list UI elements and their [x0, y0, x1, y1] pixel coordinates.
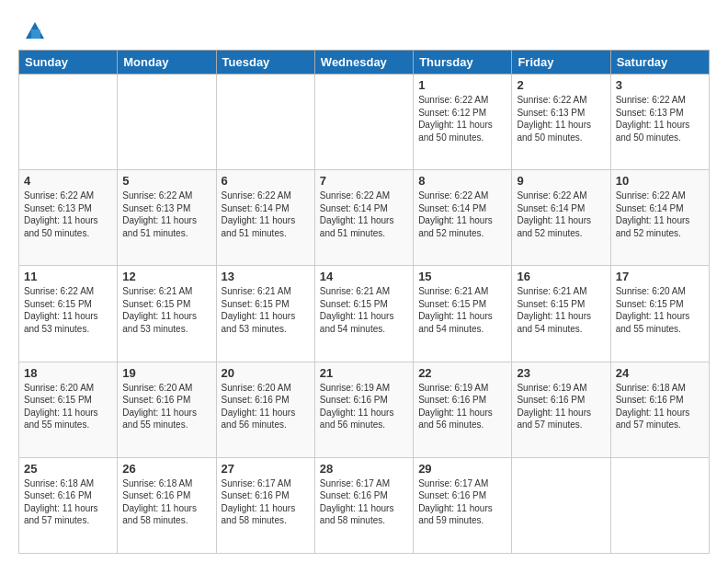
- svg-marker-1: [31, 29, 40, 39]
- calendar-cell: 27Sunrise: 6:17 AMSunset: 6:16 PMDayligh…: [216, 457, 314, 553]
- logo: [18, 17, 48, 42]
- day-number: 29: [418, 462, 506, 476]
- day-info: Sunrise: 6:22 AMSunset: 6:12 PMDaylight:…: [418, 94, 506, 144]
- calendar-cell: [512, 457, 610, 553]
- calendar-cell: 8Sunrise: 6:22 AMSunset: 6:14 PMDaylight…: [414, 170, 512, 266]
- col-thursday: Thursday: [414, 51, 512, 75]
- day-number: 24: [616, 366, 704, 380]
- calendar-cell: [19, 75, 118, 170]
- day-number: 4: [24, 174, 112, 188]
- calendar-week-1: 1Sunrise: 6:22 AMSunset: 6:12 PMDaylight…: [19, 75, 710, 170]
- calendar-cell: 16Sunrise: 6:21 AMSunset: 6:15 PMDayligh…: [512, 266, 610, 362]
- header: [18, 17, 710, 42]
- calendar-cell: 24Sunrise: 6:18 AMSunset: 6:16 PMDayligh…: [610, 362, 709, 457]
- day-number: 7: [320, 174, 408, 188]
- day-info: Sunrise: 6:22 AMSunset: 6:13 PMDaylight:…: [616, 94, 704, 144]
- col-sunday: Sunday: [19, 51, 118, 75]
- calendar-cell: [216, 75, 314, 170]
- calendar-cell: 29Sunrise: 6:17 AMSunset: 6:16 PMDayligh…: [414, 457, 512, 553]
- day-info: Sunrise: 6:20 AMSunset: 6:16 PMDaylight:…: [222, 382, 310, 431]
- day-info: Sunrise: 6:18 AMSunset: 6:16 PMDaylight:…: [122, 477, 210, 527]
- calendar-cell: 13Sunrise: 6:21 AMSunset: 6:15 PMDayligh…: [216, 266, 314, 362]
- day-number: 2: [517, 78, 605, 92]
- calendar-header-row: Sunday Monday Tuesday Wednesday Thursday…: [19, 51, 710, 75]
- calendar-cell: 7Sunrise: 6:22 AMSunset: 6:14 PMDaylight…: [314, 170, 413, 266]
- day-info: Sunrise: 6:21 AMSunset: 6:15 PMDaylight:…: [418, 285, 506, 335]
- col-tuesday: Tuesday: [216, 51, 314, 75]
- day-info: Sunrise: 6:17 AMSunset: 6:16 PMDaylight:…: [418, 477, 506, 527]
- calendar-cell: 4Sunrise: 6:22 AMSunset: 6:13 PMDaylight…: [19, 170, 118, 266]
- day-number: 16: [517, 270, 605, 283]
- calendar-cell: [314, 75, 413, 170]
- calendar-cell: 26Sunrise: 6:18 AMSunset: 6:16 PMDayligh…: [118, 457, 216, 553]
- calendar-cell: 28Sunrise: 6:17 AMSunset: 6:16 PMDayligh…: [314, 457, 413, 553]
- day-info: Sunrise: 6:19 AMSunset: 6:16 PMDaylight:…: [517, 382, 605, 431]
- day-info: Sunrise: 6:21 AMSunset: 6:15 PMDaylight:…: [222, 285, 310, 335]
- day-number: 25: [24, 462, 112, 476]
- day-number: 28: [320, 462, 408, 476]
- day-number: 23: [517, 366, 605, 380]
- calendar-cell: 14Sunrise: 6:21 AMSunset: 6:15 PMDayligh…: [314, 266, 413, 362]
- col-monday: Monday: [118, 51, 216, 75]
- day-number: 26: [122, 462, 210, 476]
- day-info: Sunrise: 6:21 AMSunset: 6:15 PMDaylight:…: [320, 285, 408, 335]
- day-number: 6: [222, 174, 310, 188]
- calendar-week-2: 4Sunrise: 6:22 AMSunset: 6:13 PMDaylight…: [19, 170, 710, 266]
- day-info: Sunrise: 6:22 AMSunset: 6:14 PMDaylight:…: [418, 190, 506, 239]
- day-info: Sunrise: 6:22 AMSunset: 6:13 PMDaylight:…: [24, 190, 112, 239]
- day-number: 20: [222, 366, 310, 380]
- day-number: 9: [517, 174, 605, 188]
- day-number: 27: [222, 462, 310, 476]
- day-number: 18: [24, 366, 112, 380]
- col-friday: Friday: [512, 51, 610, 75]
- day-number: 21: [320, 366, 408, 380]
- calendar-cell: 23Sunrise: 6:19 AMSunset: 6:16 PMDayligh…: [512, 362, 610, 457]
- calendar-cell: 18Sunrise: 6:20 AMSunset: 6:15 PMDayligh…: [19, 362, 118, 457]
- day-info: Sunrise: 6:20 AMSunset: 6:15 PMDaylight:…: [24, 382, 112, 431]
- page: Sunday Monday Tuesday Wednesday Thursday…: [0, 0, 728, 563]
- calendar-cell: 6Sunrise: 6:22 AMSunset: 6:14 PMDaylight…: [216, 170, 314, 266]
- day-number: 10: [616, 174, 704, 188]
- calendar-cell: 15Sunrise: 6:21 AMSunset: 6:15 PMDayligh…: [414, 266, 512, 362]
- day-number: 5: [122, 174, 210, 188]
- calendar-cell: [610, 457, 709, 553]
- day-info: Sunrise: 6:18 AMSunset: 6:16 PMDaylight:…: [24, 477, 112, 527]
- calendar-cell: 22Sunrise: 6:19 AMSunset: 6:16 PMDayligh…: [414, 362, 512, 457]
- calendar-cell: 10Sunrise: 6:22 AMSunset: 6:14 PMDayligh…: [610, 170, 709, 266]
- calendar-cell: 19Sunrise: 6:20 AMSunset: 6:16 PMDayligh…: [118, 362, 216, 457]
- day-info: Sunrise: 6:19 AMSunset: 6:16 PMDaylight:…: [320, 382, 408, 431]
- day-info: Sunrise: 6:18 AMSunset: 6:16 PMDaylight:…: [616, 382, 704, 431]
- day-info: Sunrise: 6:21 AMSunset: 6:15 PMDaylight:…: [517, 285, 605, 335]
- day-info: Sunrise: 6:22 AMSunset: 6:15 PMDaylight:…: [24, 285, 112, 335]
- calendar-cell: 9Sunrise: 6:22 AMSunset: 6:14 PMDaylight…: [512, 170, 610, 266]
- calendar-cell: 25Sunrise: 6:18 AMSunset: 6:16 PMDayligh…: [19, 457, 118, 553]
- calendar-cell: 1Sunrise: 6:22 AMSunset: 6:12 PMDaylight…: [414, 75, 512, 170]
- calendar-cell: 17Sunrise: 6:20 AMSunset: 6:15 PMDayligh…: [610, 266, 709, 362]
- day-info: Sunrise: 6:20 AMSunset: 6:15 PMDaylight:…: [616, 285, 704, 335]
- calendar-cell: 5Sunrise: 6:22 AMSunset: 6:13 PMDaylight…: [118, 170, 216, 266]
- day-number: 15: [418, 270, 506, 283]
- day-info: Sunrise: 6:22 AMSunset: 6:14 PMDaylight:…: [320, 190, 408, 239]
- day-info: Sunrise: 6:22 AMSunset: 6:13 PMDaylight:…: [122, 190, 210, 239]
- col-wednesday: Wednesday: [314, 51, 413, 75]
- day-info: Sunrise: 6:17 AMSunset: 6:16 PMDaylight:…: [320, 477, 408, 527]
- calendar-week-5: 25Sunrise: 6:18 AMSunset: 6:16 PMDayligh…: [19, 457, 710, 553]
- calendar-cell: 21Sunrise: 6:19 AMSunset: 6:16 PMDayligh…: [314, 362, 413, 457]
- calendar-cell: 2Sunrise: 6:22 AMSunset: 6:13 PMDaylight…: [512, 75, 610, 170]
- calendar-table: Sunday Monday Tuesday Wednesday Thursday…: [18, 50, 710, 554]
- day-info: Sunrise: 6:22 AMSunset: 6:13 PMDaylight:…: [517, 94, 605, 144]
- day-info: Sunrise: 6:22 AMSunset: 6:14 PMDaylight:…: [222, 190, 310, 239]
- calendar-week-3: 11Sunrise: 6:22 AMSunset: 6:15 PMDayligh…: [19, 266, 710, 362]
- day-number: 12: [122, 270, 210, 283]
- day-number: 1: [418, 78, 506, 92]
- calendar-cell: 3Sunrise: 6:22 AMSunset: 6:13 PMDaylight…: [610, 75, 709, 170]
- day-number: 3: [616, 78, 704, 92]
- day-info: Sunrise: 6:22 AMSunset: 6:14 PMDaylight:…: [517, 190, 605, 239]
- calendar-week-4: 18Sunrise: 6:20 AMSunset: 6:15 PMDayligh…: [19, 362, 710, 457]
- logo-icon: [22, 17, 48, 42]
- day-number: 14: [320, 270, 408, 283]
- day-number: 19: [122, 366, 210, 380]
- calendar-cell: 12Sunrise: 6:21 AMSunset: 6:15 PMDayligh…: [118, 266, 216, 362]
- day-info: Sunrise: 6:17 AMSunset: 6:16 PMDaylight:…: [222, 477, 310, 527]
- day-number: 22: [418, 366, 506, 380]
